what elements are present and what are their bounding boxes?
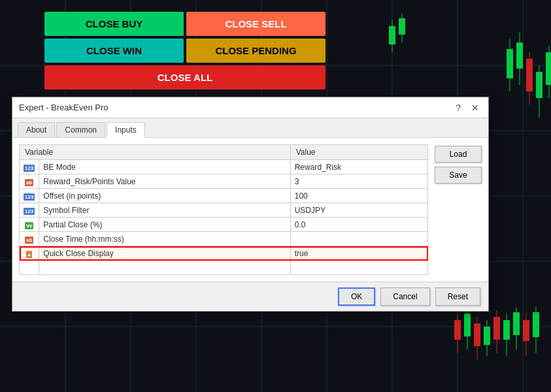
cancel-button[interactable]: Cancel <box>380 287 429 306</box>
icon-ab: ab <box>25 179 33 186</box>
table-row[interactable]: 123 BE Mode Reward_Risk <box>20 160 428 174</box>
empty-cell <box>39 261 290 275</box>
dialog-body: Variable Value 123 BE Mode Reward_Risk a… <box>12 138 488 282</box>
row-icon: Ve <box>20 218 39 232</box>
row-variable: Close Time (hh:mm:ss) <box>39 232 290 246</box>
row-icon: ab <box>20 232 39 246</box>
svg-rect-24 <box>389 26 395 44</box>
empty-cell <box>290 261 427 275</box>
row-icon: 123 <box>20 189 39 203</box>
close-pending-button[interactable]: CLOSE PENDING <box>186 39 326 63</box>
svg-rect-36 <box>493 317 500 340</box>
dialog-title: Expert - BreakEven Pro <box>19 103 109 112</box>
tab-common[interactable]: Common <box>56 122 105 137</box>
dialog-tabs: About Common Inputs <box>12 118 488 138</box>
row-value: USDJPY <box>290 203 427 218</box>
col-variable-header: Variable <box>20 145 291 160</box>
col-value-header: Value <box>290 145 427 160</box>
ok-button[interactable]: OK <box>338 287 375 306</box>
icon-123: 123 <box>24 165 35 172</box>
svg-rect-22 <box>546 52 551 85</box>
table-row[interactable]: ab Reward_Risk/Points Value 3 <box>20 174 428 189</box>
row-value: 0.0 <box>290 218 427 232</box>
tab-about[interactable]: About <box>18 122 55 137</box>
row-value: 3 <box>290 174 427 189</box>
row-value: true <box>290 246 427 261</box>
row-icon: ⟁ <box>20 246 39 261</box>
svg-rect-16 <box>516 42 523 69</box>
save-button[interactable]: Save <box>435 167 482 184</box>
svg-rect-30 <box>464 314 471 336</box>
svg-rect-14 <box>507 49 513 78</box>
close-all-button[interactable]: CLOSE ALL <box>44 65 326 90</box>
expert-dialog: Expert - BreakEven Pro ? ✕ About Common … <box>12 97 489 312</box>
quick-close-buttons: CLOSE BUY CLOSE SELL CLOSE WIN CLOSE PEN… <box>44 12 326 90</box>
svg-rect-34 <box>484 327 490 345</box>
row-value: Reward_Risk <box>290 160 427 174</box>
icon-123: 123 <box>24 193 35 201</box>
titlebar-controls: ? ✕ <box>453 103 482 113</box>
row-icon: ab <box>20 174 39 189</box>
reset-button[interactable]: Reset <box>435 287 480 306</box>
dialog-titlebar: Expert - BreakEven Pro ? ✕ <box>12 97 488 118</box>
table-row-highlighted[interactable]: ⟁ Quick Close Display true <box>20 246 428 261</box>
close-win-button[interactable]: CLOSE WIN <box>44 39 184 63</box>
row-icon: 123 <box>20 160 39 174</box>
dialog-footer: OK Cancel Reset <box>12 282 488 311</box>
icon-123: 123 <box>24 208 35 215</box>
icon-chart: ⟁ <box>26 251 32 258</box>
svg-rect-42 <box>523 320 529 341</box>
icon-ab: ab <box>25 237 33 244</box>
empty-cell <box>20 261 39 275</box>
close-buy-button[interactable]: CLOSE BUY <box>44 12 184 36</box>
svg-rect-44 <box>533 312 539 337</box>
icon-ve: Ve <box>25 222 33 229</box>
svg-rect-20 <box>536 72 543 98</box>
row-value: 100 <box>290 189 427 203</box>
svg-rect-38 <box>503 320 510 340</box>
svg-rect-26 <box>399 18 405 35</box>
table-row[interactable]: Ve Partial Close (%) 0.0 <box>20 218 428 232</box>
svg-rect-32 <box>474 323 480 346</box>
row-variable: Partial Close (%) <box>39 218 290 232</box>
row-variable: BE Mode <box>39 160 290 174</box>
svg-rect-40 <box>513 312 520 335</box>
svg-rect-28 <box>454 320 461 340</box>
tab-inputs[interactable]: Inputs <box>107 122 145 138</box>
side-buttons: Load Save <box>435 144 482 275</box>
row-variable: Quick Close Display <box>39 246 290 261</box>
row-variable: Symbol Filter <box>39 203 290 218</box>
row-variable: Offset (in points) <box>39 189 290 203</box>
help-button[interactable]: ? <box>453 103 463 113</box>
table-row[interactable]: 123 Symbol Filter USDJPY <box>20 203 428 218</box>
load-button[interactable]: Load <box>435 146 482 163</box>
row-variable: Reward_Risk/Points Value <box>39 174 290 189</box>
table-row[interactable]: 123 Offset (in points) 100 <box>20 189 428 203</box>
row-value <box>290 232 427 246</box>
table-row[interactable]: ab Close Time (hh:mm:ss) <box>20 232 428 246</box>
params-table: Variable Value 123 BE Mode Reward_Risk a… <box>19 144 428 275</box>
close-dialog-button[interactable]: ✕ <box>469 103 482 113</box>
table-row-empty <box>20 261 428 275</box>
close-sell-button[interactable]: CLOSE SELL <box>186 12 326 36</box>
row-icon: 123 <box>20 203 39 218</box>
svg-rect-18 <box>526 59 533 91</box>
